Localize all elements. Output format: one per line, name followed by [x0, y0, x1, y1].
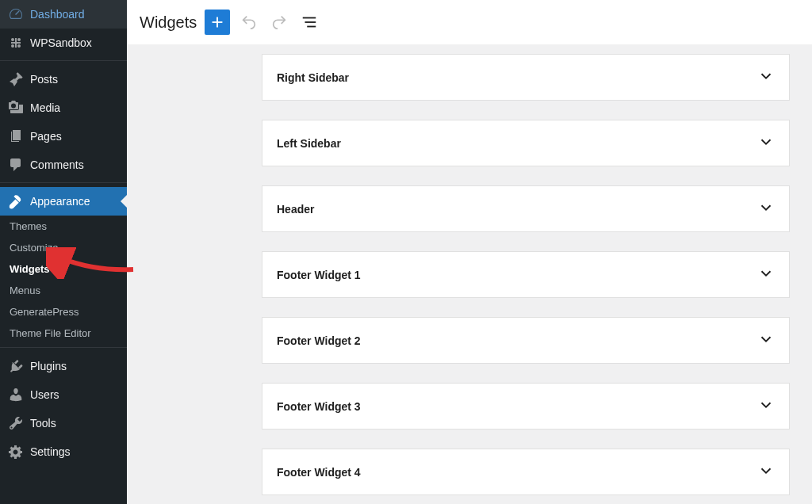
widget-area-footer-4[interactable]: Footer Widget 4	[262, 449, 790, 495]
users-icon	[8, 387, 24, 403]
sidebar-item-posts[interactable]: Posts	[0, 65, 127, 94]
dashboard-icon	[8, 6, 24, 22]
widget-area-footer-3[interactable]: Footer Widget 3	[262, 383, 790, 430]
sidebar-item-pages[interactable]: Pages	[0, 122, 127, 151]
submenu-item-generatepress[interactable]: GeneratePress	[0, 301, 127, 323]
settings-icon	[8, 444, 24, 460]
widget-area-left-sidebar[interactable]: Left Sidebar	[262, 120, 790, 166]
sidebar-item-label: Pages	[30, 130, 62, 143]
sidebar-item-label: Dashboard	[30, 8, 85, 21]
sidebar-item-appearance[interactable]: Appearance	[0, 187, 127, 216]
menu-separator	[0, 179, 127, 183]
submenu-label: Themes	[10, 220, 47, 232]
sidebar-item-comments[interactable]: Comments	[0, 151, 127, 179]
menu-separator	[0, 344, 127, 348]
widget-area-label: Header	[277, 203, 314, 216]
brush-icon	[8, 193, 24, 209]
widget-area-label: Footer Widget 3	[277, 400, 361, 413]
sidebar-item-label: Media	[30, 101, 60, 114]
sidebar-item-media[interactable]: Media	[0, 94, 127, 122]
chevron-down-icon	[757, 462, 775, 482]
widget-area-label: Footer Widget 1	[277, 269, 361, 281]
sidebar-item-label: Comments	[30, 158, 84, 171]
admin-sidebar: Dashboard WPSandbox Posts Media Pa	[0, 0, 127, 504]
plus-icon	[209, 13, 226, 31]
sidebar-item-label: Plugins	[30, 360, 67, 372]
widget-area-header[interactable]: Header	[262, 185, 790, 232]
submenu-item-widgets[interactable]: Widgets	[0, 258, 127, 280]
widget-area-label: Right Sidebar	[277, 71, 349, 84]
menu-separator	[0, 57, 127, 61]
redo-button[interactable]	[268, 11, 290, 33]
chevron-down-icon	[757, 265, 775, 284]
submenu-label: Theme File Editor	[10, 327, 91, 339]
undo-button[interactable]	[238, 11, 260, 33]
list-view-button[interactable]	[298, 11, 320, 33]
sidebar-item-label: WPSandbox	[30, 36, 92, 49]
pages-icon	[8, 128, 24, 144]
submenu-item-customize[interactable]: Customize	[0, 237, 127, 258]
comments-icon	[8, 157, 24, 173]
sidebar-item-label: Appearance	[30, 195, 90, 208]
sidebar-item-dashboard[interactable]: Dashboard	[0, 0, 127, 29]
redo-icon	[270, 13, 288, 31]
sidebar-item-label: Posts	[30, 73, 58, 86]
submenu-label: Customize	[10, 242, 58, 254]
chevron-down-icon	[757, 330, 775, 350]
widget-area-footer-1[interactable]: Footer Widget 1	[262, 251, 790, 298]
sidebar-item-users[interactable]: Users	[0, 380, 127, 409]
chevron-down-icon	[757, 396, 775, 416]
submenu-label: Widgets	[10, 263, 49, 275]
undo-icon	[240, 13, 258, 31]
submenu-label: Menus	[10, 284, 40, 296]
chevron-down-icon	[757, 133, 775, 153]
svg-point-3	[17, 44, 21, 48]
sidebar-item-tools[interactable]: Tools	[0, 409, 127, 437]
widget-areas-list: Right Sidebar Left Sidebar Header Footer…	[127, 44, 812, 504]
chevron-down-icon	[757, 67, 775, 87]
widget-area-label: Footer Widget 4	[277, 466, 361, 479]
submenu-item-theme-file-editor[interactable]: Theme File Editor	[0, 323, 127, 344]
widget-area-label: Footer Widget 2	[277, 334, 361, 347]
plugins-icon	[8, 358, 24, 374]
widget-area-right-sidebar[interactable]: Right Sidebar	[262, 54, 790, 101]
svg-point-1	[17, 38, 21, 41]
add-block-button[interactable]	[205, 10, 230, 35]
widget-area-footer-2[interactable]: Footer Widget 2	[262, 317, 790, 364]
sidebar-item-label: Tools	[30, 417, 56, 430]
sidebar-item-label: Settings	[30, 445, 71, 458]
main-content: Widgets Right Sidebar Left Sidebar	[127, 0, 812, 504]
svg-point-2	[11, 44, 14, 48]
sidebar-item-plugins[interactable]: Plugins	[0, 352, 127, 380]
submenu-item-menus[interactable]: Menus	[0, 280, 127, 301]
chevron-down-icon	[757, 199, 775, 219]
sidebar-item-wpsandbox[interactable]: WPSandbox	[0, 29, 127, 57]
widget-area-label: Left Sidebar	[277, 137, 341, 150]
submenu-item-themes[interactable]: Themes	[0, 216, 127, 237]
media-icon	[8, 100, 24, 116]
tools-icon	[8, 415, 24, 431]
sidebar-item-settings[interactable]: Settings	[0, 437, 127, 466]
sandbox-icon	[8, 35, 24, 51]
svg-point-0	[11, 38, 14, 41]
pin-icon	[8, 71, 24, 87]
sidebar-item-label: Users	[30, 388, 59, 401]
page-title: Widgets	[140, 13, 197, 32]
list-view-icon	[301, 13, 318, 31]
submenu-label: GeneratePress	[10, 306, 79, 318]
editor-toolbar: Widgets	[127, 0, 812, 44]
svg-rect-5	[11, 42, 21, 44]
